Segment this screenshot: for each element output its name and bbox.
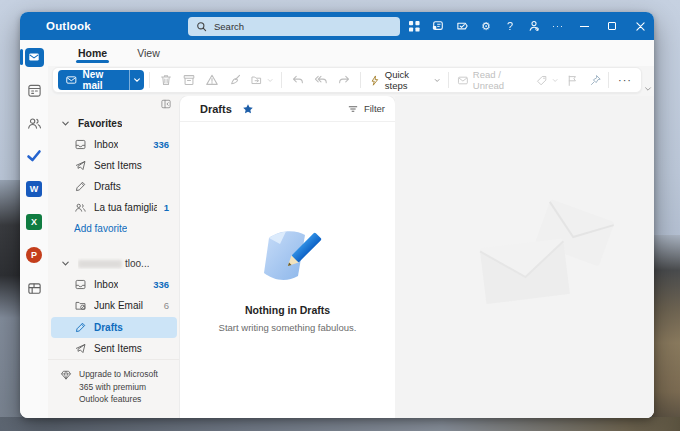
pin-button[interactable] xyxy=(585,69,607,91)
inbox-icon xyxy=(74,138,87,151)
ribbon-tabs: Home View xyxy=(48,40,654,66)
desktop-wallpaper-left xyxy=(0,180,22,431)
rail-powerpoint-icon[interactable]: P xyxy=(24,245,44,265)
app-rail: W X P xyxy=(20,40,48,418)
account-name-fragment: tloo... xyxy=(125,258,149,269)
unread-count: 336 xyxy=(153,139,169,150)
move-to-folder-icon xyxy=(250,73,263,87)
new-mail-envelope-icon xyxy=(66,74,77,86)
folder-drafts-selected[interactable]: Drafts xyxy=(51,317,177,338)
categorize-button[interactable] xyxy=(533,69,561,91)
help-icon[interactable]: ? xyxy=(498,12,522,40)
collapse-folder-pane-icon[interactable] xyxy=(160,98,172,112)
unread-count: 336 xyxy=(153,279,169,290)
archive-icon xyxy=(182,73,196,87)
folder-inbox[interactable]: Inbox 336 xyxy=(51,274,177,295)
forward-button[interactable] xyxy=(333,69,355,91)
new-mail-split-button: New mail xyxy=(58,70,144,90)
item-count: 6 xyxy=(164,300,169,311)
titlebar-more-icon[interactable]: ··· xyxy=(546,12,570,40)
reading-pane xyxy=(395,96,654,418)
favorites-header[interactable]: Favorites xyxy=(51,113,177,134)
folder-inbox-favorite[interactable]: Inbox 336 xyxy=(51,134,177,155)
minimize-button[interactable] xyxy=(570,12,598,40)
chevron-down-icon xyxy=(434,77,440,84)
person-badge-icon[interactable] xyxy=(522,12,546,40)
reply-button[interactable] xyxy=(287,69,309,91)
window-controls xyxy=(570,12,654,40)
account-header[interactable]: tloo... xyxy=(51,253,177,274)
rail-calendar-icon[interactable] xyxy=(24,80,44,100)
folder-title: Drafts xyxy=(200,103,232,115)
settings-gear-icon[interactable]: ⚙ xyxy=(474,12,498,40)
read-unread-button[interactable]: Read / Unread xyxy=(454,69,532,91)
report-button[interactable] xyxy=(201,69,223,91)
folder-junk-email[interactable]: Junk Email 6 xyxy=(51,295,177,316)
folder-la-tua-famiglia[interactable]: La tua famiglia 1 xyxy=(51,197,177,218)
forward-icon xyxy=(337,73,351,87)
filter-icon xyxy=(347,103,359,115)
new-mail-label: New mail xyxy=(83,70,121,90)
rail-todo-icon[interactable] xyxy=(24,146,44,166)
search-placeholder: Search xyxy=(214,21,244,32)
ribbon-toolbar: New mail xyxy=(48,66,654,96)
chevron-down-icon xyxy=(133,76,141,84)
rail-excel-icon[interactable]: X xyxy=(24,212,44,232)
quick-steps-label: Quick steps xyxy=(385,69,430,91)
rail-mail-icon[interactable] xyxy=(24,47,44,67)
filter-button[interactable]: Filter xyxy=(347,103,385,115)
rail-more-apps-icon[interactable] xyxy=(24,278,44,298)
folder-drafts-favorite[interactable]: Drafts xyxy=(51,176,177,197)
drafts-pencil-icon xyxy=(74,180,87,193)
maximize-button[interactable] xyxy=(598,12,626,40)
folder-sent-items[interactable]: Sent Items xyxy=(51,338,177,359)
chevron-down-icon xyxy=(267,77,273,84)
titlebar: Outlook Search ⚙ ? ··· xyxy=(20,12,654,40)
delete-button[interactable] xyxy=(155,69,177,91)
favorite-star-icon[interactable] xyxy=(242,103,254,115)
junk-folder-icon xyxy=(74,299,87,312)
sent-icon xyxy=(74,159,87,172)
message-list-pane: Drafts Filter xyxy=(180,96,395,418)
new-mail-button[interactable]: New mail xyxy=(58,70,129,90)
empty-state: Nothing in Drafts Start writing somethin… xyxy=(180,216,395,333)
rail-word-icon[interactable]: W xyxy=(24,179,44,199)
sweep-button[interactable] xyxy=(224,69,246,91)
folder-pane: Favorites Inbox 336 Sent Items Drafts xyxy=(48,96,180,418)
unread-count: 1 xyxy=(164,202,169,213)
lightning-icon xyxy=(369,74,381,87)
apps-grid-icon[interactable] xyxy=(402,12,426,40)
tab-home[interactable]: Home xyxy=(76,42,109,66)
upgrade-banner[interactable]: Upgrade to Microsoft 365 with premium Ou… xyxy=(48,359,180,418)
search-input[interactable]: Search xyxy=(188,17,400,36)
close-button[interactable] xyxy=(626,12,654,40)
rail-people-icon[interactable] xyxy=(24,113,44,133)
move-to-button[interactable] xyxy=(247,69,276,91)
read-unread-label: Read / Unread xyxy=(473,69,529,91)
reply-all-icon xyxy=(314,73,328,87)
report-warning-icon xyxy=(205,73,219,87)
tab-view[interactable]: View xyxy=(135,42,162,66)
toolbar-more-button[interactable]: ··· xyxy=(614,69,636,91)
empty-drafts-illustration xyxy=(250,216,326,292)
reply-icon xyxy=(291,73,305,87)
empty-state-subtitle: Start writing something fabulous. xyxy=(219,322,357,333)
redacted-account-name xyxy=(78,260,122,268)
premium-gem-icon xyxy=(60,369,72,381)
quick-steps-button[interactable]: Quick steps xyxy=(366,69,443,91)
chevron-down-icon xyxy=(552,77,558,84)
empty-state-title: Nothing in Drafts xyxy=(245,304,330,316)
outlook-window: Outlook Search ⚙ ? ··· xyxy=(20,12,654,418)
pin-icon xyxy=(589,74,602,87)
new-mail-dropdown[interactable] xyxy=(129,70,144,90)
add-favorite-button[interactable]: Add favorite xyxy=(51,218,177,239)
chat-app-icon[interactable] xyxy=(426,12,450,40)
folder-sent-items-favorite[interactable]: Sent Items xyxy=(51,155,177,176)
archive-button[interactable] xyxy=(178,69,200,91)
ribbon-collapse-chevron-icon[interactable] xyxy=(644,79,652,97)
tag-check-icon[interactable] xyxy=(450,12,474,40)
reply-all-button[interactable] xyxy=(310,69,332,91)
flag-button[interactable] xyxy=(562,69,584,91)
chevron-down-icon xyxy=(61,259,71,268)
chevron-down-icon xyxy=(61,119,71,128)
